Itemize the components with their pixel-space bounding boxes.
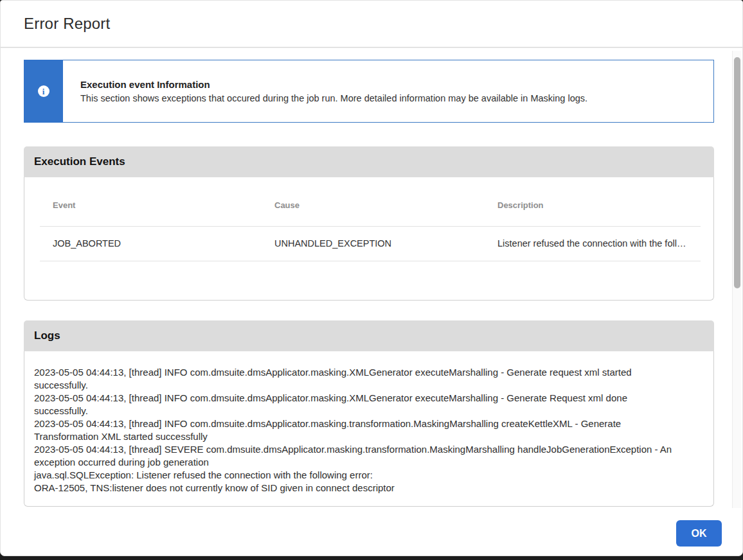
execution-events-title: Execution Events <box>34 155 125 168</box>
cell-cause: UNHANDLED_EXCEPTION <box>262 227 485 261</box>
info-banner-icon-block: i <box>24 60 63 123</box>
logs-title: Logs <box>34 329 60 342</box>
log-entry: 2023-05-05 04:44:13, [thread] INFO com.d… <box>34 392 678 417</box>
logs-header: Logs <box>24 320 714 351</box>
cell-event: JOB_ABORTED <box>40 227 262 261</box>
cell-description: Listener refused the connection with the… <box>485 227 701 261</box>
log-entry: 2023-05-05 04:44:13, [thread] INFO com.d… <box>34 366 678 392</box>
info-icon: i <box>38 85 49 97</box>
info-banner-title: Execution event Information <box>80 79 587 90</box>
logs-body: 2023-05-05 04:44:13, [thread] INFO com.d… <box>24 351 714 507</box>
dialog-title: Error Report <box>24 15 110 33</box>
log-entry: java.sql.SQLException: Listener refused … <box>34 469 678 482</box>
log-entry: ORA-12505, TNS:listener does not current… <box>34 482 678 494</box>
vertical-scrollbar[interactable] <box>732 51 741 508</box>
execution-events-table: Event Cause Description JOB_ABORTED UNHA… <box>40 177 701 261</box>
execution-events-section: Execution Events Event Cause Description… <box>24 146 714 301</box>
execution-events-body: Event Cause Description JOB_ABORTED UNHA… <box>24 177 714 301</box>
table-row: JOB_ABORTED UNHANDLED_EXCEPTION Listener… <box>40 227 701 261</box>
info-banner-description: This section shows exceptions that occur… <box>80 93 587 103</box>
table-header-row: Event Cause Description <box>40 177 701 227</box>
logs-section: Logs 2023-05-05 04:44:13, [thread] INFO … <box>24 320 714 507</box>
info-banner-text: Execution event Information This section… <box>63 60 600 122</box>
ok-button[interactable]: OK <box>676 520 722 547</box>
error-report-dialog: Error Report i Execution event Informati… <box>0 0 743 556</box>
dialog-header: Error Report <box>1 1 742 48</box>
execution-events-header: Execution Events <box>24 146 714 177</box>
log-entry: 2023-05-05 04:44:13, [thread] INFO com.d… <box>34 417 678 443</box>
scrollbar-thumb[interactable] <box>734 57 740 288</box>
info-banner: i Execution event Information This secti… <box>24 60 714 123</box>
column-header-event: Event <box>40 177 262 226</box>
column-header-description: Description <box>485 177 701 226</box>
column-header-cause: Cause <box>262 177 485 226</box>
log-entry: 2023-05-05 04:44:13, [thread] SEVERE com… <box>34 443 678 469</box>
